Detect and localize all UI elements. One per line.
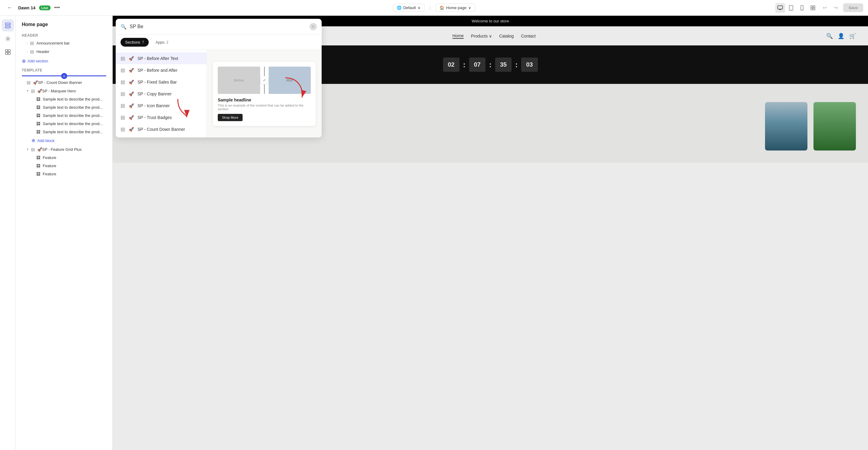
- sidebar-item-sample-5[interactable]: 🖼 Sample text to describe the prod...: [20, 128, 109, 136]
- image-icon: 🖼: [36, 172, 40, 176]
- after-panel: After: [269, 67, 311, 94]
- sidebar-item-marquee-hero[interactable]: ▾ ▤ 🚀SP - Marquee Hero: [20, 87, 109, 95]
- result-emoji: 🚀: [129, 115, 134, 120]
- sidebar-item-sample-3[interactable]: 🖼 Sample text to describe the prod...: [20, 111, 109, 120]
- result-item-before-after-text[interactable]: ▤ 🚀 SP - Before After Text: [116, 53, 207, 64]
- add-block-label: Add block: [37, 138, 55, 143]
- item-label: Sample text to describe the prod...: [43, 113, 103, 118]
- undo-redo-group: ↩ ↪: [820, 3, 841, 13]
- template-group-label: Template: [20, 66, 109, 73]
- left-panel: Home page Header › ▤ Announcement bar › …: [16, 16, 113, 450]
- section-icon: ▤: [30, 40, 34, 45]
- search-dropdown: 🔍 × Sections 7 Apps 2: [116, 19, 322, 137]
- result-item-trust-badges[interactable]: ▤ 🚀 SP - Trust Badges: [116, 111, 207, 123]
- header-group-label: Header: [20, 32, 109, 39]
- svg-rect-8: [813, 8, 815, 10]
- sidebar-item-sample-2[interactable]: 🖼 Sample text to describe the prod...: [20, 103, 109, 111]
- back-button[interactable]: ←: [5, 3, 14, 13]
- tab-sections-count: 7: [142, 40, 144, 44]
- preview-card-desc: This is an example of the content that c…: [218, 103, 311, 111]
- image-icon: 🖼: [36, 163, 40, 168]
- preview-frame: Welcome to our store Sections Pro Home P…: [113, 16, 868, 450]
- result-section-icon: ▤: [121, 115, 125, 120]
- chevron-icon: ›: [27, 50, 28, 53]
- topbar: ← Dawn 14 Live ••• 🌐 Default ∨ | 🏠 Home …: [0, 0, 868, 16]
- svg-rect-0: [778, 6, 783, 9]
- sidebar-item-sample-4[interactable]: 🖼 Sample text to describe the prod...: [20, 120, 109, 128]
- settings-nav-button[interactable]: [2, 33, 14, 45]
- result-emoji: 🚀: [129, 127, 134, 132]
- page-selector[interactable]: 🏠 Home page ∨: [435, 4, 475, 12]
- preview-cta-button[interactable]: Shop More: [218, 114, 243, 121]
- item-label: Sample text to describe the prod...: [43, 122, 103, 126]
- default-selector[interactable]: 🌐 Default ∨: [393, 4, 425, 12]
- before-panel: Before: [218, 67, 260, 94]
- preview-area: Welcome to our store Sections Pro Home P…: [113, 16, 868, 450]
- result-label: SP - Count Down Banner: [137, 127, 185, 132]
- sidebar-item-feature-2[interactable]: 🖼 Feature: [20, 162, 109, 170]
- svg-point-4: [802, 9, 802, 9]
- more-button[interactable]: •••: [54, 4, 60, 11]
- svg-rect-10: [5, 26, 10, 28]
- grid-view-button[interactable]: [808, 3, 818, 13]
- mobile-view-button[interactable]: [797, 3, 807, 13]
- add-section-button[interactable]: ⊕ Add section: [20, 56, 109, 66]
- svg-rect-12: [5, 50, 7, 52]
- result-item-icon-banner[interactable]: ▤ 🚀 SP - Icon Banner: [116, 100, 207, 111]
- svg-point-11: [7, 38, 9, 40]
- preview-card-title: Sample headline: [218, 97, 311, 102]
- desktop-view-button[interactable]: [775, 3, 785, 13]
- topbar-center: 🌐 Default ∨ | 🏠 Home page ∨: [393, 4, 475, 12]
- chevron-down-icon: ∨: [417, 5, 421, 10]
- svg-rect-5: [811, 6, 813, 7]
- divider-plus: +: [61, 73, 67, 79]
- result-item-count-down-banner[interactable]: ▤ 🚀 SP - Count Down Banner: [116, 123, 207, 135]
- result-emoji: 🚀: [129, 56, 134, 61]
- search-input[interactable]: [130, 24, 307, 29]
- sidebar-item-feature-grid[interactable]: ▾ ▤ 🚀SP - Feature Grid Plus: [20, 145, 109, 154]
- item-label: Sample text to describe the prod...: [43, 97, 103, 101]
- tab-sections[interactable]: Sections 7: [121, 38, 149, 46]
- sidebar-item-feature-1[interactable]: 🖼 Feature: [20, 154, 109, 162]
- sidebar-item-feature-3[interactable]: 🖼 Feature: [20, 170, 109, 178]
- result-item-fixed-sales-bar[interactable]: ▤ 🚀 SP - Fixed Sales Bar: [116, 76, 207, 88]
- sections-nav-button[interactable]: [2, 20, 14, 32]
- item-label: Sample text to describe the prod...: [43, 105, 103, 109]
- divider-handle: ⤢: [260, 67, 269, 94]
- tab-apps-count: 2: [166, 40, 168, 44]
- undo-button[interactable]: ↩: [820, 3, 830, 13]
- image-icon: 🖼: [36, 113, 40, 118]
- section-icon: ▤: [31, 89, 35, 93]
- icon-sidebar: [0, 16, 16, 450]
- topbar-right: ↩ ↪ Save: [775, 3, 863, 13]
- item-label: Feature: [43, 155, 56, 160]
- result-item-before-and-after[interactable]: ▤ 🚀 SP - Before and After: [116, 64, 207, 76]
- apps-nav-button[interactable]: [2, 46, 14, 58]
- svg-point-2: [791, 9, 791, 9]
- result-emoji: 🚀: [129, 68, 134, 73]
- svg-rect-9: [5, 23, 10, 25]
- result-section-icon: ▤: [121, 103, 125, 108]
- result-label: SP - Fixed Sales Bar: [137, 79, 177, 85]
- tablet-view-button[interactable]: [786, 3, 796, 13]
- chevron-icon: ▾: [27, 147, 28, 152]
- svg-rect-14: [5, 53, 7, 55]
- add-block-button[interactable]: ⊕ Add block: [20, 136, 109, 145]
- search-clear-button[interactable]: ×: [310, 23, 317, 30]
- topbar-left: ← Dawn 14 Live •••: [5, 3, 60, 13]
- result-item-copy-banner[interactable]: ▤ 🚀 SP - Copy Banner: [116, 88, 207, 100]
- sidebar-item-sample-1[interactable]: 🖼 Sample text to describe the prod...: [20, 95, 109, 103]
- sidebar-item-announcement-bar[interactable]: › ▤ Announcement bar: [20, 39, 109, 47]
- sidebar-item-header[interactable]: › ▤ Header: [20, 47, 109, 56]
- chevron-icon: ›: [27, 41, 28, 45]
- redo-button[interactable]: ↪: [831, 3, 841, 13]
- item-label: Header: [36, 50, 50, 54]
- item-label: Announcement bar: [36, 41, 70, 45]
- plus-icon: ⊕: [31, 138, 35, 143]
- tab-apps[interactable]: Apps 2: [151, 38, 173, 46]
- template-divider-wrapper: +: [20, 73, 109, 78]
- result-emoji: 🚀: [129, 92, 134, 96]
- save-button[interactable]: Save: [843, 3, 863, 12]
- sidebar-item-countdown-banner[interactable]: ▤ 🚀SP - Count Down Banner: [20, 78, 109, 87]
- chevron-icon: ▾: [27, 89, 28, 93]
